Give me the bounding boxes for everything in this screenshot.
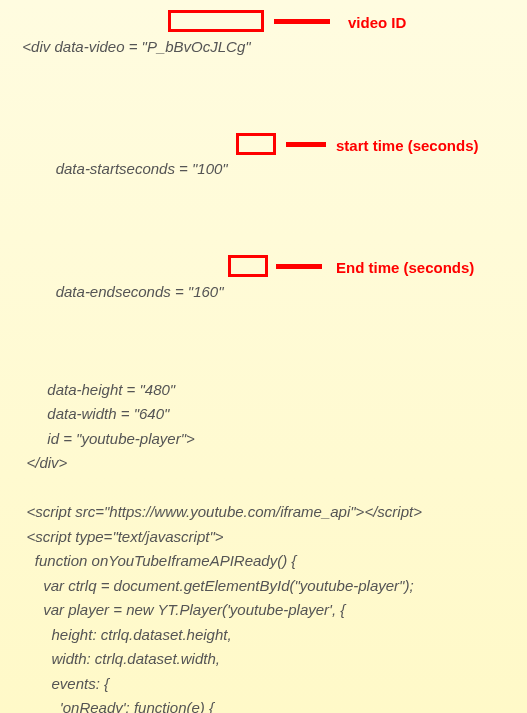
- code-text: <script type="text/javascript">: [14, 528, 224, 545]
- code-text: data-endseconds = "160": [22, 283, 223, 300]
- highlight-rect-end: [228, 255, 268, 277]
- code-line: [14, 476, 527, 501]
- code-text: data-height = "480": [14, 381, 175, 398]
- annotation-end-time: End time (seconds): [336, 256, 474, 281]
- code-text: var ctrlq = document.getElementById("you…: [14, 577, 414, 594]
- code-text: <div data-video = "P_bBvOcJLCg": [22, 38, 250, 55]
- code-text: data-startseconds = "100": [22, 160, 227, 177]
- code-line: <script type="text/javascript">: [14, 525, 527, 550]
- code-line: var player = new YT.Player('youtube-play…: [14, 598, 527, 623]
- code-line: 'onReady': function(e) {: [14, 696, 527, 713]
- code-line: data-height = "480": [14, 378, 527, 403]
- code-text: </div>: [14, 454, 67, 471]
- code-line: data-startseconds = "100" start time (se…: [14, 133, 527, 256]
- code-line: data-width = "640": [14, 402, 527, 427]
- code-line: data-endseconds = "160" End time (second…: [14, 255, 527, 378]
- code-line: <script src="https://www.youtube.com/ifr…: [14, 500, 527, 525]
- code-text: var player = new YT.Player('youtube-play…: [14, 601, 345, 618]
- highlight-rect-start: [236, 133, 276, 155]
- code-text: <script src="https://www.youtube.com/ifr…: [14, 503, 422, 520]
- annotation-line: [286, 142, 326, 147]
- code-line: id = "youtube-player">: [14, 427, 527, 452]
- annotation-video-id: video ID: [348, 11, 406, 36]
- code-text: width: ctrlq.dataset.width,: [14, 650, 220, 667]
- annotation-start-time: start time (seconds): [336, 134, 479, 159]
- highlight-rect-video-id: [168, 10, 264, 32]
- code-line: height: ctrlq.dataset.height,: [14, 623, 527, 648]
- code-text: [14, 479, 18, 496]
- annotation-line: [274, 19, 330, 24]
- code-line: <div data-video = "P_bBvOcJLCg" video ID: [14, 10, 527, 133]
- code-text: id = "youtube-player">: [14, 430, 195, 447]
- annotation-line: [276, 264, 322, 269]
- code-text: function onYouTubeIframeAPIReady() {: [14, 552, 296, 569]
- code-line: function onYouTubeIframeAPIReady() {: [14, 549, 527, 574]
- code-text: data-width = "640": [14, 405, 169, 422]
- code-line: events: {: [14, 672, 527, 697]
- code-line: </div>: [14, 451, 527, 476]
- code-text: height: ctrlq.dataset.height,: [14, 626, 232, 643]
- code-line: width: ctrlq.dataset.width,: [14, 647, 527, 672]
- code-line: var ctrlq = document.getElementById("you…: [14, 574, 527, 599]
- code-text: 'onReady': function(e) {: [14, 699, 214, 713]
- code-text: events: {: [14, 675, 109, 692]
